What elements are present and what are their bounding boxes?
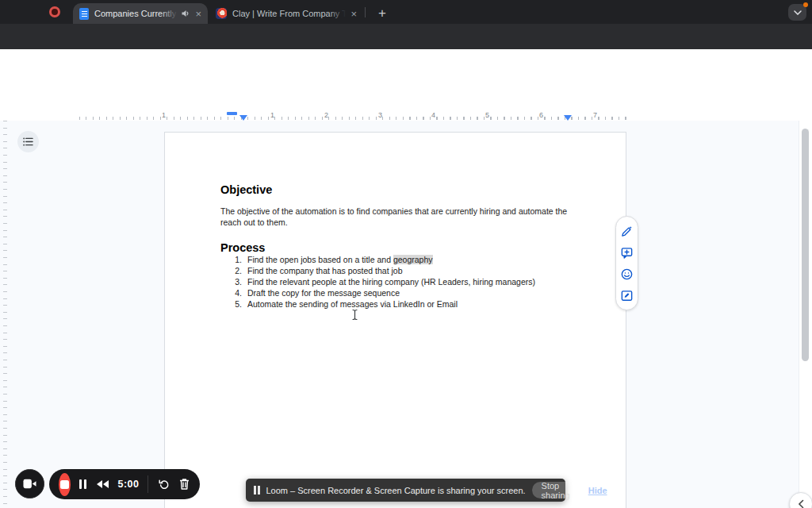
tab-clay[interactable]: Clay | Write From Company T × [211, 3, 362, 24]
restart-recording-icon[interactable] [157, 478, 170, 491]
sharing-message: Loom – Screen Recorder & Screen Capture … [266, 486, 526, 495]
tab-separator [365, 7, 366, 17]
show-outline-button[interactable] [17, 131, 39, 152]
sharing-pause-icon [254, 486, 260, 495]
help-me-write-icon[interactable] [619, 223, 635, 239]
vertical-ruler [3, 121, 7, 508]
doc-paragraph-line: reach out to them. [220, 217, 579, 228]
tab-close-icon[interactable]: × [350, 8, 357, 20]
document-page[interactable]: Objective The objective of the automatio… [164, 132, 626, 508]
text-cursor-icon [351, 309, 358, 321]
highlighted-word: geography [393, 255, 433, 264]
stop-recording-button[interactable] [59, 473, 71, 496]
document-canvas: Objective The objective of the automatio… [0, 121, 812, 508]
tab-search-button[interactable] [788, 4, 806, 21]
tab-close-icon[interactable]: × [195, 8, 201, 20]
tab-audio-icon[interactable] [181, 9, 190, 18]
quick-actions-rail [615, 216, 638, 310]
ruler-label: 6 [539, 111, 543, 119]
update-dot [803, 2, 808, 7]
loom-control-bar: 5:00 [49, 469, 200, 499]
list-item: 4. Draft the copy for the message sequen… [220, 287, 535, 298]
ruler-label: 7 [593, 111, 597, 119]
list-item: 3. Find the relevant people at the hirin… [220, 276, 535, 287]
list-item-text: Find the open jobs based on a title and [247, 255, 393, 264]
right-indent-marker[interactable] [564, 115, 572, 121]
docs-header: Companies Currently Hiring - Automation … [0, 49, 812, 86]
clay-favicon [216, 8, 227, 19]
ruler-label: 1 [162, 111, 166, 119]
doc-heading-objective: Objective [220, 183, 272, 196]
rewind-icon[interactable] [95, 480, 109, 488]
docs-toolbar-row: ↶ ↷ 100% Normal text Arial − 11 + B I U … [0, 86, 812, 111]
hide-sharing-bar-link[interactable]: Hide [588, 486, 607, 495]
scrollbar-thumb[interactable] [802, 129, 809, 361]
google-docs-favicon [79, 8, 89, 20]
ruler-label: 3 [378, 111, 382, 119]
recording-indicator-icon [49, 6, 60, 17]
browser-address-bar: ← → docs.google.com/document/d/1bOsrgQ9n… [0, 24, 812, 49]
doc-numbered-list: 1. Find the open jobs based on a title a… [220, 254, 535, 309]
doc-heading-process: Process [220, 241, 265, 254]
side-panel-toggle-button[interactable] [789, 492, 812, 508]
recording-time: 5:00 [117, 479, 139, 490]
list-item-text: Draft the copy for the message sequence [247, 288, 400, 298]
loom-camera-bubble[interactable] [15, 469, 44, 498]
pause-recording-icon[interactable] [79, 479, 87, 489]
horizontal-ruler: 1 1 2 3 4 5 6 7 [0, 111, 812, 121]
list-item: 1. Find the open jobs based on a title a… [220, 254, 535, 265]
tab-docs[interactable]: Companies Currently Hiri × [73, 3, 208, 24]
doc-paragraph: The objective of the automation is to fi… [220, 206, 579, 228]
browser-tab-strip: Companies Currently Hiri × Clay | Write … [0, 0, 812, 24]
ruler-label: 5 [485, 111, 489, 119]
list-item-text: Find the relevant people at the hiring c… [247, 277, 535, 287]
emoji-reaction-icon[interactable] [619, 266, 635, 282]
loom-divider [147, 475, 148, 493]
first-line-indent-marker[interactable] [227, 112, 237, 115]
ruler-label: 4 [431, 111, 435, 119]
left-indent-marker[interactable] [239, 115, 247, 121]
list-item: 2. Find the company that has posted that… [220, 265, 535, 276]
list-item-text: Automate the sending of messages via Lin… [247, 299, 458, 309]
ruler-label: 1 [270, 111, 274, 119]
stop-sharing-button[interactable]: Stop sharing [532, 482, 580, 498]
suggest-edits-icon[interactable] [619, 287, 635, 303]
list-item-text: Find the company that has posted that jo… [247, 266, 403, 275]
new-tab-button[interactable]: + [373, 4, 392, 23]
list-item: 5. Automate the sending of messages via … [220, 298, 535, 310]
delete-recording-icon[interactable] [178, 478, 190, 491]
screen-sharing-bar: Loom – Screen Recorder & Screen Capture … [246, 479, 565, 502]
ruler-label: 2 [324, 111, 328, 119]
doc-paragraph-line: The objective of the automation is to fi… [220, 206, 579, 217]
add-comment-fab-icon[interactable] [619, 244, 635, 260]
